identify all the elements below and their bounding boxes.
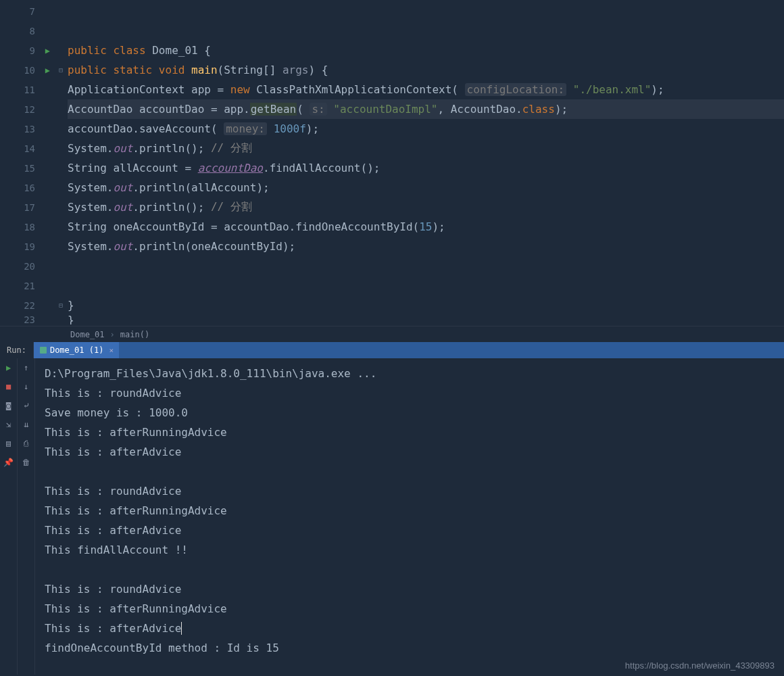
breadcrumb-item[interactable]: Dome_01 [68,330,107,339]
gutter-run-icon[interactable]: ▶ [45,66,50,75]
fold-marker [54,21,68,41]
code-line[interactable]: System.out.println(allAccount); [68,178,784,197]
code-line[interactable]: } [68,295,784,315]
breadcrumb[interactable]: Dome_01 › main() [0,326,784,342]
fold-marker [54,99,68,119]
stop-icon[interactable]: ■ [3,381,14,392]
fold-marker [54,256,68,276]
fold-marker [54,139,68,158]
console-line: This is : afterAdvice [45,521,775,540]
line-number: 16 [24,183,35,193]
code-line[interactable]: } [68,315,784,324]
fold-column: ⊟⊟ [54,0,68,326]
code-line[interactable] [68,276,784,295]
console-line: This is : afterRunningAdvice [45,599,775,619]
pin-icon[interactable]: 📌 [3,457,14,468]
gutter-row[interactable]: 14 [0,139,54,158]
fold-marker [54,41,68,60]
print-icon[interactable]: ⎙ [21,438,32,449]
up-icon[interactable]: ↑ [21,362,32,373]
line-number: 19 [24,241,35,252]
trash-icon[interactable]: 🗑 [21,457,32,468]
gutter-row[interactable]: 11 [0,80,54,99]
code-line[interactable]: System.out.println(); // 分割 [68,197,784,217]
line-gutter: 789▶10▶11121314151617181920212223 [0,0,54,326]
down-icon[interactable]: ↓ [21,381,32,392]
gutter-row[interactable]: 21 [0,276,54,295]
console-line: This findAllAccount !! [45,540,775,560]
gutter-row[interactable]: 8 [0,21,54,41]
line-number: 7 [30,6,35,17]
code-line[interactable] [68,256,784,276]
line-number: 22 [24,300,35,311]
code-line[interactable]: ApplicationContext app = new ClassPathXm… [68,80,784,99]
gutter-row[interactable]: 15 [0,158,54,178]
fold-marker[interactable]: ⊟ [54,60,68,80]
gutter-row[interactable]: 7 [0,1,54,21]
code-line[interactable]: System.out.println(); // 分割 [68,139,784,158]
code-line[interactable] [68,1,784,21]
line-number: 20 [24,261,35,272]
fold-marker [54,158,68,178]
code-line[interactable]: public class Dome_01 { [68,41,784,60]
code-line[interactable]: String allAccount = accountDao.findAllAc… [68,158,784,178]
fold-marker [54,80,68,99]
camera-icon[interactable]: ◙ [3,400,14,411]
code-line[interactable]: AccountDao accountDao = app.getBean( s: … [68,99,784,119]
console-line: This is : afterRunningAdvice [45,422,775,442]
fold-marker [54,276,68,295]
code-line[interactable]: public static void main(String[] args) { [68,60,784,80]
line-number: 8 [30,26,35,37]
console-output[interactable]: D:\Program_Files\Java\jdk1.8.0_111\bin\j… [35,358,784,675]
rerun-icon[interactable]: ▶ [3,362,14,373]
fold-marker [54,315,68,324]
line-number: 17 [24,202,35,213]
gutter-row[interactable]: 20 [0,256,54,276]
fold-marker [54,197,68,217]
editor-area: 789▶10▶11121314151617181920212223 ⊟⊟ pub… [0,0,784,326]
fold-marker [54,119,68,139]
code-line[interactable]: System.out.println(oneAccountById); [68,237,784,256]
console-line: This is : afterRunningAdvice [45,501,775,521]
wrap-icon[interactable]: ⤶ [21,400,32,411]
fold-marker [54,178,68,197]
gutter-row[interactable]: 10▶ [0,60,54,80]
gutter-row[interactable]: 9▶ [0,41,54,60]
run-toolbar-mid: ↑ ↓ ⤶ ⇊ ⎙ 🗑 [18,358,35,675]
gutter-row[interactable]: 13 [0,119,54,139]
code-line[interactable]: accountDao.saveAccount( money: 1000f); [68,119,784,139]
svg-rect-0 [40,347,47,354]
code-line[interactable]: String oneAccountById = accountDao.findO… [68,217,784,237]
line-number: 14 [24,143,35,154]
layout-icon[interactable]: ▤ [3,438,14,449]
console-line: This is : roundAdvice [45,383,775,403]
code-area[interactable]: public class Dome_01 { public static voi… [68,0,784,326]
console-line: This is : afterAdvice [45,619,775,638]
console-line: This is : roundAdvice [45,481,775,501]
console-line: Save money is : 1000.0 [45,403,775,422]
console-area: ▶ ■ ◙ ⇲ ▤ 📌 ↑ ↓ ⤶ ⇊ ⎙ 🗑 D:\Program_Files… [0,358,784,675]
close-icon[interactable]: × [109,346,114,355]
gutter-row[interactable]: 12 [0,99,54,119]
fold-marker [54,217,68,237]
fold-marker[interactable]: ⊟ [54,295,68,315]
gutter-run-icon[interactable]: ▶ [45,46,50,55]
scroll-icon[interactable]: ⇊ [21,419,32,430]
line-number: 10 [24,65,35,76]
line-number: 23 [24,314,35,325]
watermark: https://blog.csdn.net/weixin_43309893 [625,660,775,671]
gutter-row[interactable]: 17 [0,197,54,217]
line-number: 21 [24,281,35,291]
line-number: 13 [24,124,35,135]
breadcrumb-item[interactable]: main() [118,330,152,339]
gutter-row[interactable]: 22 [0,295,54,315]
gutter-row[interactable]: 23 [0,315,54,324]
exit-icon[interactable]: ⇲ [3,419,14,430]
run-tab[interactable]: Dome_01 (1) × [34,342,119,358]
gutter-row[interactable]: 16 [0,178,54,197]
console-line: D:\Program_Files\Java\jdk1.8.0_111\bin\j… [45,364,775,383]
run-toolbar-left: ▶ ■ ◙ ⇲ ▤ 📌 [0,358,18,675]
code-line[interactable] [68,21,784,41]
gutter-row[interactable]: 18 [0,217,54,237]
gutter-row[interactable]: 19 [0,237,54,256]
